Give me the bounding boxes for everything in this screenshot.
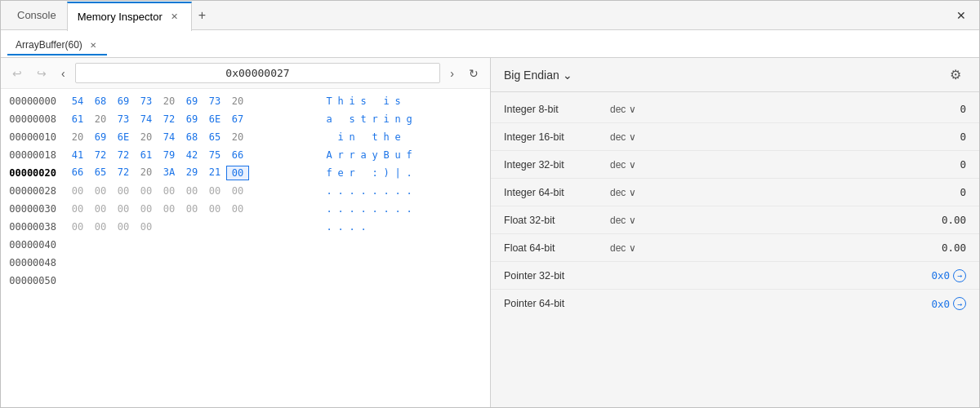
mem-byte-cell[interactable]: 00 (203, 184, 226, 197)
inspector-value[interactable]: 0x0→ (667, 297, 966, 310)
mem-byte-cell[interactable]: 69 (89, 131, 112, 144)
mem-byte-cell[interactable]: 61 (66, 113, 89, 126)
mem-byte-cell[interactable] (226, 220, 249, 233)
mem-byte-cell[interactable]: 65 (203, 131, 226, 144)
mem-byte-cell[interactable]: 00 (135, 220, 158, 233)
format-select-button[interactable]: dec ∨ (610, 242, 636, 254)
mem-byte-cell[interactable]: 6E (112, 131, 135, 144)
mem-byte-cell[interactable] (180, 280, 203, 282)
mem-byte-cell[interactable] (180, 220, 203, 233)
mem-byte-cell[interactable] (112, 262, 135, 264)
tab-console[interactable]: Console (7, 1, 67, 30)
navigate-arrow-icon[interactable]: → (953, 269, 966, 282)
mem-byte-cell[interactable]: 00 (66, 184, 89, 197)
mem-byte-cell[interactable]: 00 (89, 184, 112, 197)
format-select-button[interactable]: dec ∨ (610, 131, 636, 143)
mem-byte-cell[interactable]: 61 (135, 149, 158, 162)
tab-memory-inspector-close[interactable]: ✕ (167, 11, 181, 23)
mem-byte-cell[interactable]: 20 (158, 95, 180, 108)
forward-button[interactable]: ↪ (32, 64, 51, 82)
mem-byte-cell[interactable]: 00 (112, 202, 135, 215)
mem-byte-cell[interactable]: 72 (112, 149, 135, 162)
mem-byte-cell[interactable]: 69 (180, 95, 203, 108)
mem-byte-cell[interactable] (158, 220, 180, 233)
mem-byte-cell[interactable]: 54 (66, 95, 89, 108)
mem-byte-cell[interactable]: 20 (135, 166, 158, 180)
mem-byte-cell[interactable] (226, 244, 249, 246)
mem-byte-cell[interactable]: 20 (226, 95, 249, 108)
mem-byte-cell[interactable] (112, 280, 135, 282)
navigate-arrow-icon[interactable]: → (953, 297, 966, 310)
mem-byte-cell[interactable] (89, 262, 112, 264)
address-input[interactable] (75, 63, 441, 83)
mem-byte-cell[interactable]: 72 (89, 149, 112, 162)
mem-byte-cell[interactable] (203, 244, 226, 246)
mem-byte-cell[interactable]: 00 (89, 202, 112, 215)
mem-byte-cell[interactable] (158, 262, 180, 264)
mem-byte-cell[interactable] (226, 262, 249, 264)
mem-byte-cell[interactable]: 68 (180, 131, 203, 144)
mem-byte-cell[interactable]: 41 (66, 149, 89, 162)
mem-byte-cell[interactable]: 00 (66, 202, 89, 215)
mem-byte-cell[interactable] (180, 244, 203, 246)
mem-byte-cell[interactable]: 72 (112, 166, 135, 180)
mem-byte-cell[interactable]: 65 (89, 166, 112, 180)
mem-byte-cell[interactable]: 20 (66, 131, 89, 144)
mem-byte-cell[interactable] (135, 280, 158, 282)
tab-memory-inspector[interactable]: Memory Inspector ✕ (67, 2, 192, 31)
mem-byte-cell[interactable]: 00 (112, 220, 135, 233)
mem-byte-cell[interactable]: 68 (89, 95, 112, 108)
format-select-button[interactable]: dec ∨ (610, 187, 636, 198)
mem-byte-cell[interactable]: 73 (112, 113, 135, 126)
sub-tab-arraybuffer[interactable]: ArrayBuffer(60) ✕ (7, 36, 107, 55)
mem-byte-cell[interactable]: 74 (158, 131, 180, 144)
mem-byte-cell[interactable]: 00 (180, 202, 203, 215)
mem-byte-cell[interactable]: 79 (158, 149, 180, 162)
mem-byte-cell[interactable]: 20 (226, 131, 249, 144)
format-select-button[interactable]: dec ∨ (610, 159, 636, 171)
mem-byte-cell[interactable]: 73 (203, 95, 226, 108)
mem-byte-cell[interactable] (135, 244, 158, 246)
mem-byte-cell[interactable]: 73 (135, 95, 158, 108)
mem-byte-cell[interactable]: 74 (135, 113, 158, 126)
mem-byte-cell[interactable]: 20 (135, 131, 158, 144)
mem-byte-cell[interactable]: 00 (158, 184, 180, 197)
mem-byte-cell[interactable]: 20 (89, 113, 112, 126)
mem-byte-cell[interactable] (66, 262, 89, 264)
mem-byte-cell[interactable]: 00 (112, 184, 135, 197)
mem-byte-cell[interactable] (158, 244, 180, 246)
mem-byte-cell[interactable] (203, 262, 226, 264)
mem-byte-cell[interactable]: 00 (226, 202, 249, 215)
mem-byte-cell[interactable]: 00 (180, 184, 203, 197)
endian-select[interactable]: Big Endian ⌄ (504, 69, 572, 82)
back-button[interactable]: ↩ (7, 64, 27, 82)
next-button[interactable]: › (445, 64, 459, 82)
mem-byte-cell[interactable]: 42 (180, 149, 203, 162)
mem-byte-cell[interactable]: 72 (158, 113, 180, 126)
mem-byte-cell[interactable]: 69 (112, 95, 135, 108)
mem-byte-cell[interactable] (158, 280, 180, 282)
mem-byte-cell[interactable]: 66 (66, 166, 89, 180)
mem-byte-cell[interactable] (226, 280, 249, 282)
inspector-value[interactable]: 0x0→ (667, 269, 966, 282)
tab-add-button[interactable]: + (192, 5, 212, 26)
mem-byte-cell[interactable]: 00 (226, 166, 249, 180)
mem-byte-cell[interactable] (203, 220, 226, 233)
mem-byte-cell[interactable]: 00 (226, 184, 249, 197)
mem-byte-cell[interactable]: 6E (203, 113, 226, 126)
format-select-button[interactable]: dec ∨ (610, 104, 636, 115)
format-select-button[interactable]: dec ∨ (610, 215, 636, 226)
mem-byte-cell[interactable]: 3A (158, 166, 180, 180)
mem-byte-cell[interactable] (89, 244, 112, 246)
mem-byte-cell[interactable] (66, 244, 89, 246)
mem-byte-cell[interactable]: 00 (135, 202, 158, 215)
mem-byte-cell[interactable] (66, 280, 89, 282)
mem-byte-cell[interactable] (112, 244, 135, 246)
mem-byte-cell[interactable]: 69 (180, 113, 203, 126)
mem-byte-cell[interactable]: 67 (226, 113, 249, 126)
sub-tab-close[interactable]: ✕ (87, 40, 99, 51)
window-close-button[interactable]: ✕ (950, 6, 973, 25)
refresh-button[interactable]: ↻ (464, 64, 483, 82)
mem-byte-cell[interactable]: 00 (203, 202, 226, 215)
mem-byte-cell[interactable]: 00 (66, 220, 89, 233)
